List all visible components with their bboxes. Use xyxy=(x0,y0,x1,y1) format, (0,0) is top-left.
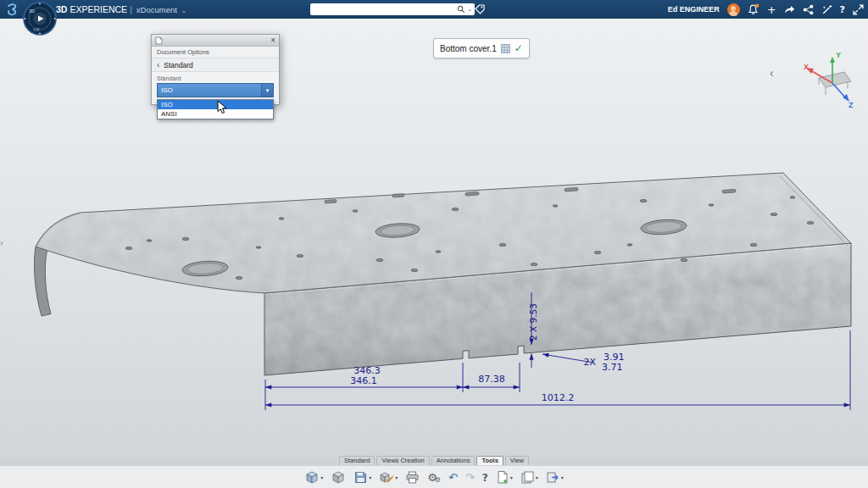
sheets-stack-icon xyxy=(520,470,535,485)
view-triad[interactable]: X Y Z xyxy=(804,51,854,109)
caret-down-icon[interactable]: ▾ xyxy=(536,474,538,480)
notifications-button[interactable] xyxy=(748,3,760,15)
check-icon: ✓ xyxy=(515,42,523,54)
dim-notch-prefix[interactable]: 2X xyxy=(583,357,596,368)
document-options-dialog: × Document Options ‹ Standard Standard I… xyxy=(151,34,280,105)
user-name[interactable]: Ed ENGINEER xyxy=(668,5,720,14)
axis-z-label[interactable]: Z xyxy=(849,101,854,109)
tools-button[interactable] xyxy=(821,4,832,15)
caret-down-icon[interactable]: ▾ xyxy=(320,474,323,480)
colored-cube-icon xyxy=(304,470,320,485)
collaboration-button[interactable] xyxy=(803,4,814,15)
search-icon[interactable] xyxy=(457,5,465,14)
redo-icon: ↷ xyxy=(465,472,475,483)
caret-down-icon[interactable]: ▾ xyxy=(369,474,371,480)
export-arrow-icon xyxy=(546,470,560,485)
brand-title[interactable]: 3DEXPERIENCE | xDocument ⌄ xyxy=(56,4,186,14)
compass-3d-label: 3D xyxy=(29,8,35,14)
part-viewport[interactable]: 346.3 346.1 87.38 1012.2 2X 3.91 3.71 2 … xyxy=(0,0,868,488)
magic-wand-icon xyxy=(821,4,832,15)
app-name: xDocument xyxy=(136,5,177,14)
dropdown-option-iso[interactable]: ISO xyxy=(158,100,273,109)
axis-y-label[interactable]: Y xyxy=(836,51,841,59)
close-icon[interactable]: × xyxy=(270,36,275,45)
dialog-back-label: Standard xyxy=(164,61,193,69)
caret-down-icon[interactable]: ▾ xyxy=(510,474,513,480)
search-input[interactable] xyxy=(313,4,457,14)
combobox-value: ISO xyxy=(158,86,261,94)
tab-view[interactable]: View xyxy=(505,456,529,465)
view-manager-button[interactable]: ▾ xyxy=(303,469,324,487)
save-button[interactable]: ▾ xyxy=(353,469,372,487)
printer-icon xyxy=(405,470,420,485)
cube-pencil-icon xyxy=(379,470,394,485)
dim-gap[interactable]: 87.38 xyxy=(478,374,505,385)
drawing-sheet-icon xyxy=(501,44,510,53)
compass-vr-label: V.R xyxy=(33,28,40,32)
drafting-tab-bar: Standard Views Creation Annotations Tool… xyxy=(0,455,868,465)
chevron-down-icon[interactable]: ▾ xyxy=(261,84,273,97)
part-3d[interactable] xyxy=(34,173,851,375)
3ds-logo-icon[interactable] xyxy=(5,3,19,16)
chevron-left-icon: ‹ xyxy=(157,60,159,69)
options-button[interactable]: ⚙⚙ xyxy=(426,469,442,487)
bell-icon xyxy=(748,3,760,15)
app-window: 346.3 346.1 87.38 1012.2 2X 3.91 3.71 2 … xyxy=(0,0,868,488)
dropdown-option-ansi[interactable]: ANSI xyxy=(158,109,273,119)
gear-small-icon: ⚙ xyxy=(435,477,441,484)
brand-experience: EXPERIENCE xyxy=(70,4,127,14)
gray-cube-icon xyxy=(331,470,346,485)
share-arrow-icon xyxy=(784,4,795,14)
undo-icon: ↶ xyxy=(448,472,458,483)
sheet-setup-button[interactable]: ▾ xyxy=(520,469,539,487)
document-icon xyxy=(155,36,163,45)
share-nodes-icon xyxy=(803,4,814,15)
tab-standard[interactable]: Standard xyxy=(339,456,375,465)
axis-x-label[interactable]: X xyxy=(804,63,809,71)
new-page-icon xyxy=(496,470,509,485)
plus-icon: + xyxy=(767,4,776,15)
add-button[interactable]: + xyxy=(767,4,776,15)
brand-3d: 3D xyxy=(56,4,67,14)
export-button[interactable]: ▾ xyxy=(545,469,565,487)
fullscreen-button[interactable] xyxy=(853,4,864,15)
redo-button[interactable]: ↷ xyxy=(465,469,476,487)
standard-combobox[interactable]: ISO ▾ xyxy=(157,83,274,97)
dim-width-lower[interactable]: 346.1 xyxy=(350,375,377,386)
document-name: Bottom cover.1 xyxy=(440,44,497,53)
undo-button[interactable]: ↶ xyxy=(448,469,459,487)
caret-down-icon[interactable]: ▾ xyxy=(395,474,398,480)
dim-notch-lower[interactable]: 3.71 xyxy=(602,362,623,373)
caret-down-icon[interactable]: ▾ xyxy=(561,474,564,480)
avatar[interactable] xyxy=(727,3,740,16)
help-icon: ? xyxy=(840,5,845,14)
action-bar: ▾ ▾ ▾ xyxy=(0,465,868,488)
help-tool-button[interactable]: ? xyxy=(481,469,489,487)
topbar-user-area: Ed ENGINEER + xyxy=(668,0,864,19)
dim-thickness[interactable]: 2 X 9.53 xyxy=(528,303,538,341)
tab-views-creation[interactable]: Views Creation xyxy=(376,456,429,465)
app-switcher-caret-icon[interactable]: ⌄ xyxy=(181,8,186,14)
share-button[interactable] xyxy=(784,4,795,14)
global-search[interactable]: ⌄ xyxy=(310,3,475,15)
isometric-view-button[interactable] xyxy=(330,469,347,487)
left-panel-expander[interactable]: › xyxy=(0,237,3,247)
dialog-section-header: Document Options xyxy=(152,47,279,58)
top-bar: 3DEXPERIENCE | xDocument ⌄ ⌄ Ed ENGINEER xyxy=(0,0,868,19)
print-button[interactable] xyxy=(404,469,420,487)
search-options-caret-icon[interactable]: ⌄ xyxy=(467,6,472,13)
standard-dropdown-list: ISO ANSI xyxy=(157,99,274,119)
update-view-button[interactable]: ▾ xyxy=(378,469,398,487)
dim-overall[interactable]: 1012.2 xyxy=(542,392,575,403)
tag-icon[interactable] xyxy=(475,4,485,14)
document-status-badge[interactable]: Bottom cover.1 ✓ xyxy=(433,38,530,58)
dialog-back-row[interactable]: ‹ Standard xyxy=(152,58,279,72)
help-button[interactable]: ? xyxy=(840,5,845,14)
tab-annotations[interactable]: Annotations xyxy=(431,456,476,465)
dialog-title-bar[interactable]: × xyxy=(152,35,279,47)
tab-tools[interactable]: Tools xyxy=(476,456,503,465)
new-sheet-button[interactable]: ▾ xyxy=(495,469,514,487)
right-panel-collapse-arrow[interactable]: ‹ xyxy=(770,66,774,80)
brand-divider: | xyxy=(130,4,132,14)
3d-compass[interactable]: 3D V.R xyxy=(22,1,58,36)
